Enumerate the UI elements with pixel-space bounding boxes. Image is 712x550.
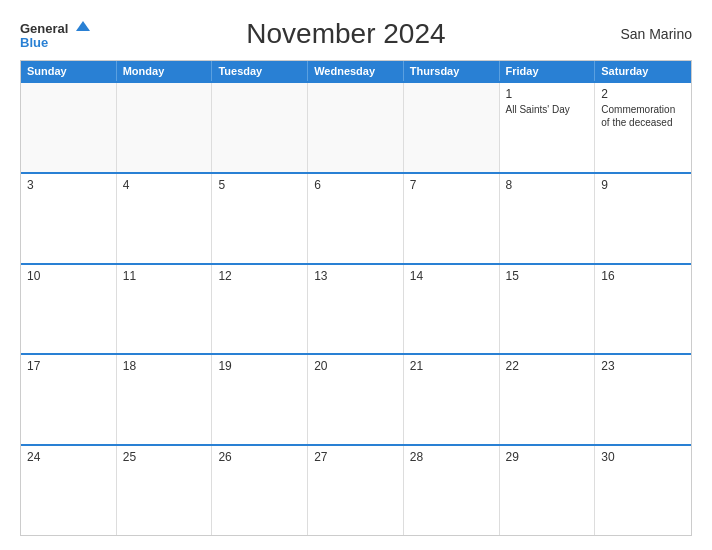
calendar-cell: 22: [500, 355, 596, 444]
calendar-cell: [21, 83, 117, 172]
calendar-cell: 12: [212, 265, 308, 354]
day-number: 22: [506, 359, 589, 373]
calendar-cell: 19: [212, 355, 308, 444]
day-number: 20: [314, 359, 397, 373]
calendar-week: 1All Saints' Day2Commemoration of the de…: [21, 81, 691, 172]
day-number: 11: [123, 269, 206, 283]
calendar-cell: 7: [404, 174, 500, 263]
calendar-week: 3456789: [21, 172, 691, 263]
weekday-header: Tuesday: [212, 61, 308, 81]
calendar-cell: [117, 83, 213, 172]
calendar-cell: 23: [595, 355, 691, 444]
day-number: 8: [506, 178, 589, 192]
calendar-cell: 20: [308, 355, 404, 444]
day-number: 23: [601, 359, 685, 373]
day-number: 3: [27, 178, 110, 192]
day-number: 14: [410, 269, 493, 283]
calendar-cell: 1All Saints' Day: [500, 83, 596, 172]
weekday-header: Wednesday: [308, 61, 404, 81]
page: General Blue November 2024 San Marino Su…: [0, 0, 712, 550]
weekday-header: Monday: [117, 61, 213, 81]
region-label: San Marino: [602, 26, 692, 42]
calendar-cell: 11: [117, 265, 213, 354]
day-number: 18: [123, 359, 206, 373]
day-number: 30: [601, 450, 685, 464]
logo-triangle-icon: [76, 21, 90, 31]
calendar-cell: 2Commemoration of the deceased: [595, 83, 691, 172]
event-label: Commemoration of the deceased: [601, 104, 675, 128]
calendar-cell: 30: [595, 446, 691, 535]
day-number: 24: [27, 450, 110, 464]
day-number: 6: [314, 178, 397, 192]
day-number: 17: [27, 359, 110, 373]
calendar-cell: 26: [212, 446, 308, 535]
day-number: 13: [314, 269, 397, 283]
calendar-cell: 10: [21, 265, 117, 354]
calendar-cell: 3: [21, 174, 117, 263]
calendar-cell: 17: [21, 355, 117, 444]
calendar-cell: 24: [21, 446, 117, 535]
logo-general: General: [20, 20, 90, 36]
calendar-cell: 4: [117, 174, 213, 263]
calendar-cell: 18: [117, 355, 213, 444]
day-number: 2: [601, 87, 685, 101]
day-number: 5: [218, 178, 301, 192]
calendar-cell: [404, 83, 500, 172]
day-number: 10: [27, 269, 110, 283]
day-number: 12: [218, 269, 301, 283]
calendar-week: 10111213141516: [21, 263, 691, 354]
calendar-header: SundayMondayTuesdayWednesdayThursdayFrid…: [21, 61, 691, 81]
logo-blue: Blue: [20, 36, 90, 49]
logo: General Blue: [20, 20, 90, 49]
calendar-cell: 5: [212, 174, 308, 263]
calendar-cell: 8: [500, 174, 596, 263]
calendar-cell: 6: [308, 174, 404, 263]
calendar-cell: 16: [595, 265, 691, 354]
day-number: 29: [506, 450, 589, 464]
day-number: 27: [314, 450, 397, 464]
calendar-cell: 27: [308, 446, 404, 535]
weekday-header: Sunday: [21, 61, 117, 81]
calendar-cell: [212, 83, 308, 172]
calendar: SundayMondayTuesdayWednesdayThursdayFrid…: [20, 60, 692, 536]
calendar-body: 1All Saints' Day2Commemoration of the de…: [21, 81, 691, 535]
calendar-title: November 2024: [90, 18, 602, 50]
day-number: 15: [506, 269, 589, 283]
header: General Blue November 2024 San Marino: [20, 18, 692, 50]
calendar-cell: 14: [404, 265, 500, 354]
calendar-cell: 28: [404, 446, 500, 535]
calendar-cell: 13: [308, 265, 404, 354]
day-number: 25: [123, 450, 206, 464]
day-number: 7: [410, 178, 493, 192]
day-number: 28: [410, 450, 493, 464]
weekday-header: Friday: [500, 61, 596, 81]
weekday-header: Saturday: [595, 61, 691, 81]
calendar-week: 17181920212223: [21, 353, 691, 444]
calendar-cell: [308, 83, 404, 172]
day-number: 21: [410, 359, 493, 373]
calendar-cell: 9: [595, 174, 691, 263]
calendar-cell: 15: [500, 265, 596, 354]
day-number: 1: [506, 87, 589, 101]
day-number: 26: [218, 450, 301, 464]
day-number: 16: [601, 269, 685, 283]
calendar-week: 24252627282930: [21, 444, 691, 535]
day-number: 9: [601, 178, 685, 192]
day-number: 19: [218, 359, 301, 373]
event-label: All Saints' Day: [506, 104, 570, 115]
calendar-cell: 25: [117, 446, 213, 535]
weekday-header: Thursday: [404, 61, 500, 81]
calendar-cell: 29: [500, 446, 596, 535]
calendar-cell: 21: [404, 355, 500, 444]
day-number: 4: [123, 178, 206, 192]
